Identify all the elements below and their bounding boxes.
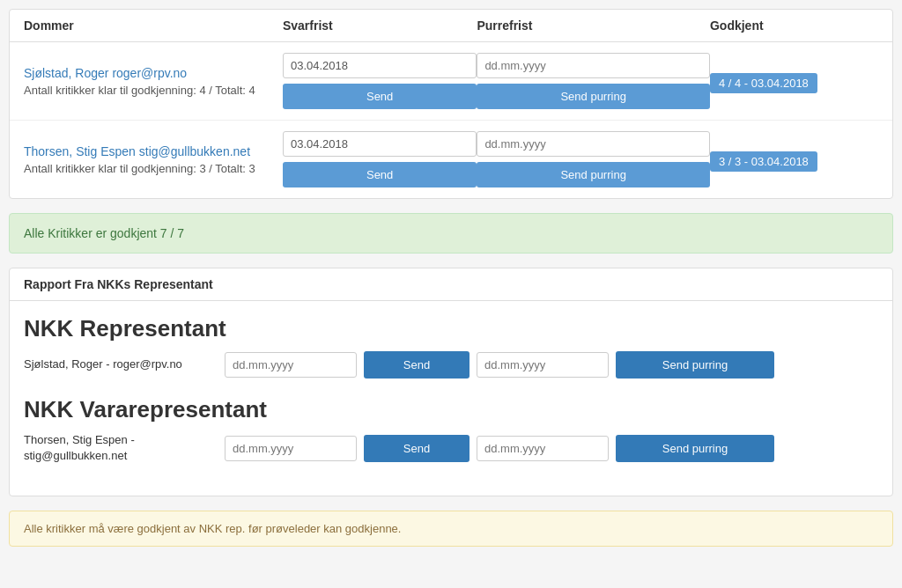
rapport-body: NKK Representant Sjølstad, Roger - roger…: [10, 301, 892, 496]
rapport-group-title: NKK Representant: [24, 315, 878, 342]
rapport-person-name-vara: Thorsen, Stig Espen - stig@gullbukken.ne…: [24, 432, 218, 464]
purrefrist-cell: Send purring: [477, 131, 710, 187]
godkjent-badge: 4 / 4 - 03.04.2018: [710, 73, 817, 93]
rapport-group-vara: NKK Vararepresentant Thorsen, Stig Espen…: [24, 396, 878, 464]
rapport-section: Rapport Fra NKKs Representant NKK Repres…: [9, 268, 893, 496]
dommer-sub: Antall kritikker klar til godkjenning: 4…: [24, 84, 283, 97]
col-dommer: Dommer: [24, 18, 283, 33]
rapport-person-row-vara: Thorsen, Stig Espen - stig@gullbukken.ne…: [24, 432, 878, 464]
send-purring-button[interactable]: Send purring: [477, 162, 710, 187]
success-message: Alle Kritikker er godkjent 7 / 7: [9, 213, 893, 254]
rapport-svarfrist-input-vara[interactable]: [225, 436, 357, 461]
rapport-header: Rapport Fra NKKs Representant: [10, 268, 892, 301]
rapport-send-button[interactable]: Send: [364, 351, 469, 379]
rapport-send-purring-button-vara[interactable]: Send purring: [616, 435, 774, 462]
critics-table-section: Dommer Svarfrist Purrefrist Godkjent Sjø…: [9, 9, 893, 199]
rapport-person-name: Sjølstad, Roger - roger@rpv.no: [24, 356, 218, 372]
svarfrist-input[interactable]: [283, 131, 477, 157]
dommer-name-link[interactable]: Sjølstad, Roger roger@rpv.no: [24, 66, 283, 80]
rapport-purrefrist-input-vara[interactable]: [477, 436, 609, 461]
godkjent-badge: 3 / 3 - 03.04.2018: [710, 151, 817, 172]
table-row: Sjølstad, Roger roger@rpv.no Antall krit…: [10, 42, 892, 121]
purrefrist-input[interactable]: [477, 53, 710, 78]
svarfrist-input[interactable]: [283, 53, 477, 78]
send-button[interactable]: Send: [283, 84, 477, 109]
warning-box: Alle kritikker må være godkjent av NKK r…: [9, 511, 893, 547]
purrefrist-input[interactable]: [477, 131, 710, 157]
purrefrist-cell: Send purring: [477, 53, 710, 109]
dommer-sub: Antall kritikker klar til godkjenning: 3…: [24, 162, 283, 175]
rapport-person-row: Sjølstad, Roger - roger@rpv.no Send Send…: [24, 351, 878, 379]
col-svarfrist: Svarfrist: [283, 18, 477, 33]
godkjent-cell: 4 / 4 - 03.04.2018: [710, 70, 878, 93]
send-button[interactable]: Send: [283, 162, 477, 187]
table-row: Thorsen, Stig Espen stig@gullbukken.net …: [10, 121, 892, 198]
dommer-name-link[interactable]: Thorsen, Stig Espen stig@gullbukken.net: [24, 144, 283, 158]
critics-table-header: Dommer Svarfrist Purrefrist Godkjent: [10, 10, 892, 42]
rapport-purrefrist-input[interactable]: [477, 352, 609, 378]
dommer-cell: Sjølstad, Roger roger@rpv.no Antall krit…: [24, 66, 283, 97]
rapport-send-button-vara[interactable]: Send: [364, 435, 469, 462]
send-purring-button[interactable]: Send purring: [477, 84, 710, 109]
col-godkjent: Godkjent: [710, 18, 878, 33]
dommer-cell: Thorsen, Stig Espen stig@gullbukken.net …: [24, 144, 283, 175]
godkjent-cell: 3 / 3 - 03.04.2018: [710, 148, 878, 172]
svarfrist-cell: Send: [283, 53, 477, 109]
rapport-svarfrist-input[interactable]: [225, 352, 357, 378]
rapport-group-nkk: NKK Representant Sjølstad, Roger - roger…: [24, 315, 878, 379]
col-purrefrist: Purrefrist: [477, 18, 710, 33]
rapport-send-purring-button[interactable]: Send purring: [616, 351, 774, 379]
svarfrist-cell: Send: [283, 131, 477, 187]
rapport-group-title-vara: NKK Vararepresentant: [24, 396, 878, 423]
